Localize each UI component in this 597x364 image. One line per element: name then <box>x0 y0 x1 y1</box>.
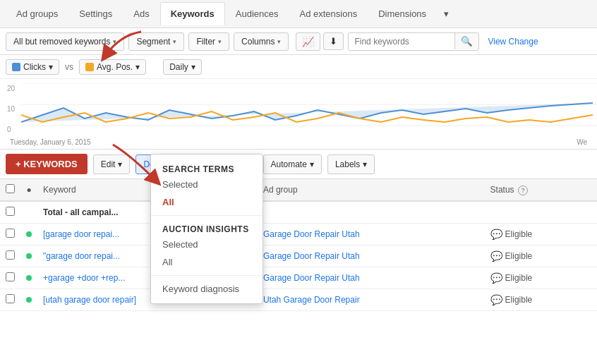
row-adgroup-cell: Utah Garage Door Repair <box>258 289 485 311</box>
status-dot-icon <box>26 231 32 237</box>
keyword-link[interactable]: [garage door repai... <box>43 229 119 239</box>
keywords-table-container: ● Keyword Ad group Status ? Total - all … <box>0 179 597 311</box>
automate-caret-icon: ▾ <box>310 159 314 169</box>
tab-audiences[interactable]: Audiences <box>225 2 289 25</box>
row-adgroup-cell: Garage Door Repair Utah <box>258 224 485 245</box>
chat-icon2: 💬 <box>490 250 502 262</box>
chat-icon3: 💬 <box>490 272 502 284</box>
chart-icon: 📈 <box>302 36 314 47</box>
filter-caret-icon2: ▾ <box>218 38 222 45</box>
segment-button[interactable]: Segment ▾ <box>128 32 184 51</box>
search-input[interactable] <box>349 34 454 49</box>
search-terms-selected-item[interactable]: Selected <box>151 176 263 193</box>
tab-ads[interactable]: Ads <box>123 2 159 25</box>
filter-btn-label: Filter <box>196 37 215 47</box>
chat-icon: 💬 <box>490 229 502 240</box>
dropdown-divider <box>151 215 263 216</box>
tab-keywords[interactable]: Keywords <box>160 2 225 25</box>
automate-button[interactable]: Automate ▾ <box>263 154 322 174</box>
toolbar: All but removed keywords ▾ Segment ▾ Fil… <box>0 28 597 55</box>
clicks-color-swatch <box>12 63 20 71</box>
tab-dimensions[interactable]: Dimensions <box>368 2 437 25</box>
chart-area: 20 10 0 Tuesday, January 6, 2015 We <box>0 79 597 150</box>
tabs-more-button[interactable]: ▾ <box>437 3 456 25</box>
row-checkbox[interactable] <box>6 294 15 303</box>
adgroup-link[interactable]: Utah Garage Door Repair <box>263 295 360 305</box>
search-button[interactable]: 🔍 <box>454 33 478 49</box>
segment-caret-icon: ▾ <box>173 38 176 45</box>
status-dot-icon <box>26 297 32 303</box>
columns-button[interactable]: Columns ▾ <box>234 32 289 51</box>
tab-ad-extensions[interactable]: Ad extensions <box>289 2 368 25</box>
clicks-metric-button[interactable]: Clicks ▾ <box>6 59 59 75</box>
status-help-icon[interactable]: ? <box>518 186 528 195</box>
row-status-cell: 💬 Eligible <box>485 289 597 311</box>
status-dot-icon <box>26 253 32 259</box>
row-checkbox[interactable] <box>6 250 15 260</box>
table-row: [utah garage door repair] Utah Garage Do… <box>0 289 597 311</box>
auction-insights-section-title: AUCTION INSIGHTS <box>151 220 263 236</box>
tab-ad-groups[interactable]: Ad groups <box>6 2 68 25</box>
row-checkbox-cell <box>0 289 20 311</box>
chart-toggle-button[interactable]: 📈 <box>296 32 320 51</box>
keywords-table: ● Keyword Ad group Status ? Total - all … <box>0 179 597 311</box>
row-adgroup-cell <box>258 201 485 224</box>
keyword-link[interactable]: [utah garage door repair] <box>43 295 136 305</box>
header-checkbox-col <box>0 179 20 201</box>
auction-all-item[interactable]: All <box>151 253 263 271</box>
total-row-label: Total - all campai... <box>43 207 118 217</box>
details-dropdown: SEARCH TERMS Selected All AUCTION INSIGH… <box>150 154 263 304</box>
download-icon: ⬇ <box>330 36 337 47</box>
filter-button[interactable]: Filter ▾ <box>188 32 229 51</box>
keyword-search-box: 🔍 <box>348 32 479 51</box>
adgroup-link[interactable]: Garage Door Repair Utah <box>263 229 360 239</box>
action-bar: + KEYWORDS Edit ▾ Details ▾ Bid strategy… <box>0 150 597 179</box>
table-row: [garage door repai... Garage Door Repair… <box>0 224 597 245</box>
table-row: Total - all campai... <box>0 201 597 224</box>
row-dot-cell <box>20 289 37 311</box>
top-nav-tabs: Ad groups Settings Ads Keywords Audience… <box>0 0 597 28</box>
download-button[interactable]: ⬇ <box>323 32 344 50</box>
auction-selected-item[interactable]: Selected <box>151 236 263 253</box>
view-change-link[interactable]: View Change <box>488 37 538 47</box>
add-keywords-button[interactable]: + KEYWORDS <box>6 154 88 174</box>
segment-label: Segment <box>136 37 170 47</box>
search-terms-all-item[interactable]: All <box>151 193 263 211</box>
period-button[interactable]: Daily ▾ <box>163 59 202 75</box>
row-checkbox-cell <box>0 267 20 289</box>
labels-caret-icon: ▾ <box>363 159 367 169</box>
chart-date-left: Tuesday, January 6, 2015 <box>10 138 91 146</box>
row-checkbox[interactable] <box>6 229 15 238</box>
y-label-0: 0 <box>7 126 15 133</box>
period-label: Daily <box>169 62 188 72</box>
keyword-link[interactable]: "garage door repai... <box>43 251 120 261</box>
edit-label: Edit <box>101 159 116 169</box>
labels-button[interactable]: Labels ▾ <box>327 154 375 174</box>
dot-header-icon: ● <box>26 185 31 195</box>
keyword-diagnosis-item[interactable]: Keyword diagnosis <box>151 280 263 298</box>
status-text: Eligible <box>505 273 533 283</box>
row-checkbox[interactable] <box>6 207 15 216</box>
avgpos-caret-icon: ▾ <box>135 62 140 72</box>
adgroup-link[interactable]: Garage Door Repair Utah <box>263 273 360 283</box>
tab-settings[interactable]: Settings <box>68 2 123 25</box>
status-dot-icon <box>26 275 32 281</box>
chart-toolbar: Clicks ▾ vs Avg. Pos. ▾ Daily ▾ <box>0 55 597 79</box>
header-adgroup-col: Ad group <box>258 179 485 201</box>
avgpos-label: Avg. Pos. <box>97 62 133 72</box>
header-status-col: ● <box>20 179 37 201</box>
filter-all-removed-button[interactable]: All but removed keywords ▾ <box>6 32 124 51</box>
keyword-link[interactable]: +garage +door +rep... <box>43 273 125 283</box>
clicks-caret-icon: ▾ <box>49 62 53 72</box>
row-status-cell <box>485 201 597 224</box>
filter-caret-icon: ▾ <box>113 38 116 45</box>
adgroup-link[interactable]: Garage Door Repair Utah <box>263 251 360 261</box>
row-checkbox[interactable] <box>6 272 15 281</box>
avgpos-metric-button[interactable]: Avg. Pos. ▾ <box>79 59 146 75</box>
table-row: "garage door repai... Garage Door Repair… <box>0 245 597 267</box>
edit-button[interactable]: Edit ▾ <box>93 154 131 174</box>
row-dot-cell <box>20 224 37 245</box>
select-all-checkbox[interactable] <box>6 184 15 193</box>
row-status-cell: 💬 Eligible <box>485 224 597 245</box>
row-dot-cell <box>20 201 37 224</box>
